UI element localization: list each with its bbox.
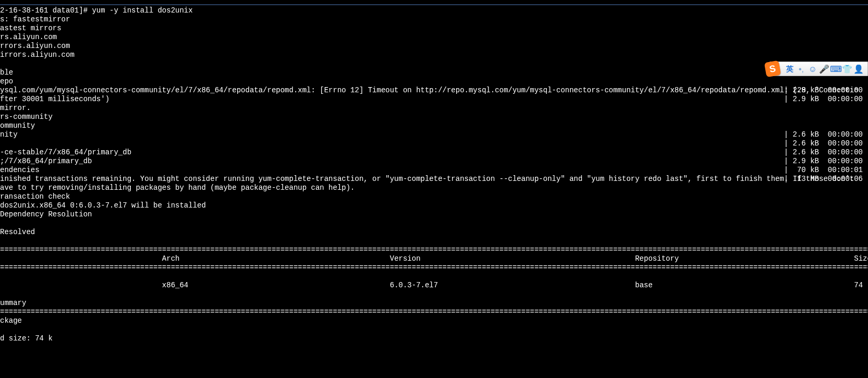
stat-line: | 2.6 kB 00:00:00 [784,139,863,148]
out-line: rs-community [0,113,53,121]
ime-keyboard-icon[interactable]: ⌨ [830,65,841,74]
stat-line: | 13 MB 00:00:06 [784,175,863,183]
ime-toolbar[interactable]: S 英•,☺🎤⌨👕👤 [769,62,868,76]
stat-line: | 2.6 kB 00:00:00 [784,130,863,139]
stat-line: | 2.9 kB 00:00:00 [784,86,863,94]
out-line: ave to try removing/installing packages … [0,184,355,192]
out-line: epo [0,77,13,86]
out-line: fter 30001 milliseconds') [0,95,109,103]
table-row: x86_64 6.0.3-7.el7 base 74 k [0,281,868,289]
out-line: mirror. [0,104,31,112]
table-rule: ========================================… [0,246,868,254]
out-line: ummary [0,299,26,307]
table-header-row: Arch Version Repository Size [0,254,868,263]
out-line: nity [0,130,18,139]
ime-emoji-icon[interactable]: ☺ [807,65,818,74]
out-line: rrors.aliyun.com [0,42,70,50]
table-rule: ========================================… [0,308,868,316]
prompt-host: 2-16-38-161 data01]# [0,9,92,15]
out-line: ommunity [0,121,35,130]
out-line: dos2unix.x86_64 0:6.0.3-7.el7 will be in… [0,201,206,210]
ime-punct-icon[interactable]: •, [796,65,807,74]
out-line: ckage [0,316,22,325]
out-line: irrors.aliyun.com [0,51,75,59]
out-line: d size: 74 k [0,334,53,343]
typed-command: yum -y install dos2unix [92,9,192,15]
out-line: ysql.com/yum/mysql-connectors-community/… [0,86,859,94]
stat-line: | 2.9 kB 00:00:00 [784,157,863,165]
terminal-output[interactable]: 2-16-38-161 data01]# yum -y install dos2… [0,9,868,343]
sogou-logo-icon[interactable]: S [764,60,781,77]
out-line: ;/7/x86_64/primary_db [0,157,92,165]
ime-skin-icon[interactable]: 👕 [841,65,853,74]
out-line: inished transactions remaining. You migh… [0,175,854,183]
stat-line: | 70 kB 00:00:01 [784,166,863,174]
out-line: rs.aliyun.com [0,33,57,41]
stat-line: | 2.9 kB 00:00:00 [784,95,863,103]
out-line: s: fastestmirror [0,15,70,23]
stat-line: | 2.6 kB 00:00:00 [784,148,863,156]
out-line: ransaction check [0,192,70,201]
out-line: endencies [0,166,40,174]
out-line: Resolved [0,228,35,236]
out-line: -ce-stable/7/x86_64/primary_db [0,148,131,156]
out-line: ble [0,68,13,77]
ime-voice-icon[interactable]: 🎤 [818,65,830,74]
download-stats-block-1: | 2.9 kB 00:00:00 | 2.9 kB 00:00:00 [784,77,863,104]
table-rule: ========================================… [0,263,868,272]
ime-lang-icon[interactable]: 英 [784,65,796,74]
out-line: Dependency Resolution [0,210,92,218]
download-stats-block-2: | 2.6 kB 00:00:00 | 2.6 kB 00:00:00 | 2.… [784,121,863,184]
ime-user-icon[interactable]: 👤 [853,65,864,74]
out-line: astest mirrors [0,24,62,32]
